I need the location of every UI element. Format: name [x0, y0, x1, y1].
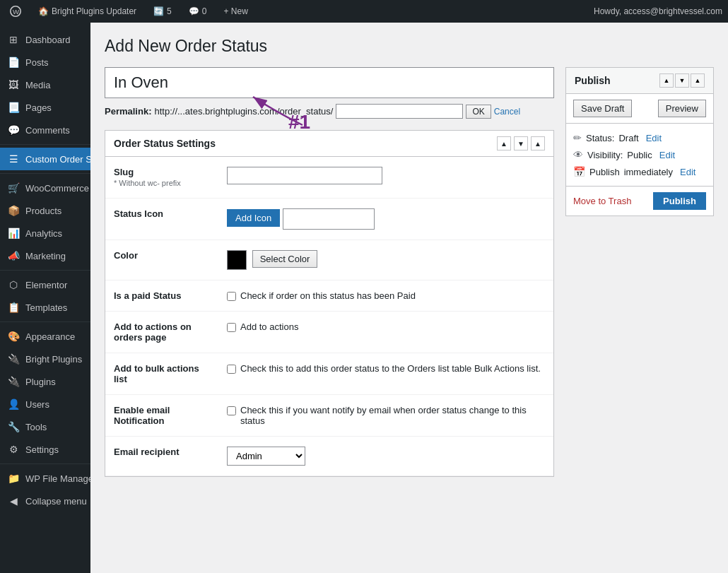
add-to-actions-cell: Add to actions — [218, 312, 553, 353]
file-manager-icon: 📁 — [7, 473, 20, 484]
timing-edit-link[interactable]: Edit — [680, 167, 695, 177]
status-icon-row: Status Icon Add Icon — [105, 199, 553, 240]
settings-table: Slug * Without wc- prefix Status Icon — [105, 157, 553, 476]
sidebar: ⊞ Dashboard 📄 Posts 🖼 Media 📃 Pages 💬 Co… — [0, 23, 90, 573]
bright-plugins-icon: 🔌 — [7, 353, 20, 365]
timing-meta-row: 📅 Publish immediately Edit — [573, 163, 706, 180]
custom-order-icon: ☰ — [7, 153, 20, 165]
add-icon-button[interactable]: Add Icon — [227, 209, 280, 227]
status-label: Status: — [586, 133, 614, 143]
status-icon-label: Status Icon — [105, 199, 218, 240]
sidebar-item-analytics[interactable]: 📊 Analytics — [0, 222, 90, 244]
sidebar-item-media[interactable]: 🖼 Media — [0, 73, 90, 96]
updates-bar[interactable]: 🔄 5 — [149, 0, 176, 23]
enable-email-checkbox[interactable] — [227, 406, 236, 415]
sidebar-item-pages[interactable]: 📃 Pages — [0, 96, 90, 119]
preview-button[interactable]: Preview — [658, 100, 706, 117]
sidebar-item-posts[interactable]: 📄 Posts — [0, 51, 90, 73]
sidebar-item-dashboard[interactable]: ⊞ Dashboard — [0, 28, 90, 51]
slug-row: Slug * Without wc- prefix — [105, 157, 553, 199]
color-swatch[interactable] — [227, 250, 247, 270]
sidebar-item-settings[interactable]: ⚙ Settings — [0, 438, 90, 461]
publish-actions: Save Draft Preview — [566, 94, 713, 124]
postbox-up-button[interactable]: ▲ — [497, 136, 511, 150]
permalink-base: http://...ates.brightplugins.com/order_s… — [154, 106, 333, 117]
svg-text:W: W — [13, 8, 20, 16]
publish-box: Publish ▲ ▼ ▲ Save Draft Preview ✏ — [565, 67, 714, 216]
woo-icon: 🛒 — [7, 182, 20, 194]
status-value: Draft — [618, 133, 638, 143]
color-cell: Select Color — [218, 240, 553, 280]
new-content-bar[interactable]: + New — [219, 0, 252, 23]
sidebar-item-label: Analytics — [25, 228, 62, 239]
add-to-actions-checkbox[interactable] — [227, 323, 236, 332]
add-to-bulk-cell: Check this to add this order status to t… — [218, 353, 553, 395]
sidebar-item-users[interactable]: 👤 Users — [0, 393, 90, 415]
elementor-icon: ⬡ — [7, 279, 20, 290]
sidebar-item-label: Settings — [25, 444, 59, 455]
sidebar-item-appearance[interactable]: 🎨 Appearance — [0, 325, 90, 348]
media-icon: 🖼 — [7, 79, 20, 90]
dashboard-icon: ⊞ — [7, 34, 20, 45]
permalink-ok-button[interactable]: OK — [466, 105, 491, 119]
sidebar-item-label: Media — [25, 80, 50, 90]
order-status-settings-box: Order Status Settings ▲ ▼ ▲ Slug * Wi — [105, 130, 554, 477]
email-recipient-label: Email recipient — [105, 437, 218, 476]
sidebar-item-wp-file-manager[interactable]: 📁 WP File Manager — [0, 467, 90, 490]
sidebar-item-plugins[interactable]: 🔌 Plugins — [0, 370, 90, 393]
sidebar-item-products[interactable]: 📦 Products — [0, 199, 90, 222]
sidebar-item-comments[interactable]: 💬 Comments — [0, 119, 90, 141]
sidebar-item-woocommerce[interactable]: 🛒 WooCommerce — [0, 177, 90, 199]
enable-email-label: Enable email Notification — [105, 395, 218, 437]
sidebar-item-label: Tools — [25, 422, 47, 432]
add-to-actions-checkbox-label: Add to actions — [240, 321, 298, 332]
publish-button[interactable]: Publish — [653, 192, 706, 210]
comments-bar[interactable]: 💬 0 — [184, 0, 211, 23]
sidebar-item-elementor[interactable]: ⬡ Elementor — [0, 273, 90, 296]
move-to-trash-link[interactable]: Move to Trash — [573, 196, 631, 206]
wp-logo[interactable]: W — [6, 0, 25, 23]
site-name-bar[interactable]: 🏠 Bright Plugins Updater — [34, 0, 141, 23]
sidebar-item-custom-order-statuses[interactable]: ☰ Custom Order Statuses — [0, 148, 90, 170]
publish-down-button[interactable]: ▼ — [675, 73, 689, 88]
sidebar-item-bright-plugins[interactable]: 🔌 Bright Plugins — [0, 348, 90, 370]
save-draft-button[interactable]: Save Draft — [573, 100, 632, 117]
select-color-button[interactable]: Select Color — [252, 250, 318, 268]
sidebar-item-label: WP File Manager — [25, 473, 96, 484]
publish-up-button[interactable]: ▲ — [659, 73, 674, 88]
is-paid-cell: Check if order on this status has been P… — [218, 280, 553, 312]
email-recipient-row: Email recipient Admin Customer Both — [105, 437, 553, 476]
permalink-cancel-link[interactable]: Cancel — [494, 107, 520, 117]
comments-icon: 💬 — [7, 124, 20, 136]
add-to-bulk-checkbox[interactable] — [227, 365, 236, 374]
sidebar-item-marketing[interactable]: 📣 Marketing — [0, 244, 90, 267]
comments-icon: 💬 — [189, 6, 199, 16]
post-title-input[interactable] — [105, 67, 554, 98]
sidebar-item-label: Users — [25, 399, 49, 410]
timing-icon: 📅 — [573, 166, 585, 177]
main-column: Permalink: http://...ates.brightplugins.… — [105, 67, 554, 488]
email-recipient-select[interactable]: Admin Customer Both — [227, 447, 305, 466]
is-paid-checkbox[interactable] — [227, 292, 236, 301]
visibility-edit-link[interactable]: Edit — [659, 150, 675, 160]
sidebar-item-label: Comments — [25, 125, 70, 136]
templates-icon: 📋 — [7, 302, 20, 313]
sidebar-item-collapse[interactable]: ◀ Collapse menu — [0, 490, 90, 512]
publish-close-button[interactable]: ▲ — [691, 73, 705, 88]
sidebar-item-label: Appearance — [25, 331, 75, 342]
slug-input[interactable] — [227, 167, 382, 184]
permalink-slug-input[interactable] — [336, 104, 463, 119]
admin-bar: W 🏠 Bright Plugins Updater 🔄 5 💬 0 + New… — [0, 0, 728, 23]
visibility-label: Visibility: — [587, 150, 623, 160]
sidebar-item-tools[interactable]: 🔧 Tools — [0, 415, 90, 438]
sidebar-item-label: Dashboard — [25, 35, 71, 45]
postbox-close-button[interactable]: ▲ — [531, 136, 545, 150]
products-icon: 📦 — [7, 205, 20, 216]
visibility-meta-row: 👁 Visibility: Public Edit — [573, 146, 706, 163]
sidebar-item-label: Elementor — [25, 280, 67, 290]
sidebar-item-templates[interactable]: 📋 Templates — [0, 296, 90, 319]
status-edit-link[interactable]: Edit — [646, 133, 662, 143]
postbox-down-button[interactable]: ▼ — [514, 136, 528, 150]
posts-icon: 📄 — [7, 57, 20, 68]
visibility-value: Public — [627, 150, 652, 160]
